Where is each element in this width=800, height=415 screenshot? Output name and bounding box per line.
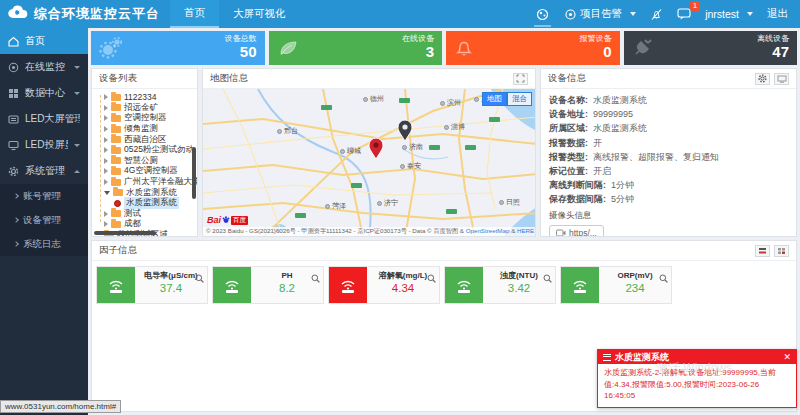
gear-icon — [8, 166, 19, 177]
sidebar-subitem-logs[interactable]: 系统日志 — [0, 232, 88, 256]
map-canvas[interactable]: 邢台 德州 滨州 东营 聊城 济南 淄博 泰安 菏泽 济宁 日照 地图 混合 B… — [203, 89, 535, 236]
theme-icon[interactable] — [534, 2, 551, 27]
magnifier-icon[interactable] — [543, 269, 552, 287]
stat-card-offline-devices[interactable]: 离线设备 47 — [624, 31, 798, 65]
field-row: 保存数据间隔:5分钟 — [549, 192, 788, 206]
app-title: 综合环境监控云平台 — [34, 5, 160, 23]
expand-icon[interactable] — [104, 168, 108, 174]
notification-message: 水质监测系统-2-溶解氧,设备地址:99999995,当前值:4.34,报警限值… — [598, 364, 796, 407]
stat-card-alarm-devices[interactable]: 报警设备 0 — [446, 31, 620, 65]
grid-view-icon[interactable] — [774, 245, 789, 257]
user-menu[interactable]: jnrstest — [705, 8, 753, 20]
horizontal-scrollbar[interactable] — [94, 231, 156, 235]
chevron-right-icon — [13, 217, 19, 223]
sidebar-subitem-devices[interactable]: 设备管理 — [0, 208, 88, 232]
expand-icon[interactable] — [104, 126, 108, 132]
chevron-right-icon — [13, 193, 19, 199]
osm-link[interactable]: OpenStreetMap — [466, 227, 510, 234]
sidebar-subitem-accounts[interactable]: 账号管理 — [0, 184, 88, 208]
tab-home[interactable]: 首页 — [170, 0, 219, 28]
expand-icon[interactable] — [104, 147, 108, 153]
here-link[interactable]: HERE — [517, 227, 534, 234]
sidebar-item-system[interactable]: 系统管理 — [0, 158, 88, 184]
logout-button[interactable]: 退出 — [767, 7, 788, 21]
magnifier-icon[interactable] — [311, 269, 320, 287]
sidebar-item-home[interactable]: 首页 — [0, 28, 88, 54]
expand-icon[interactable] — [104, 137, 108, 143]
list-view-icon[interactable] — [755, 245, 770, 257]
username: jnrstest — [705, 8, 739, 20]
city-label: 菏泽 — [325, 201, 346, 211]
plug-icon — [632, 38, 654, 58]
sidebar-item-led-screen[interactable]: LED大屏管理 — [0, 106, 88, 132]
expand-icon[interactable] — [104, 211, 108, 217]
expand-icon[interactable] — [104, 94, 108, 100]
expand-icon[interactable] — [104, 158, 108, 164]
folder-icon — [111, 179, 121, 186]
collapse-icon[interactable] — [104, 191, 110, 195]
chevron-up-icon — [74, 170, 80, 173]
factor-card-turbidity[interactable]: 浊度(NTU)3.42 — [444, 266, 556, 304]
project-alarm-dropdown[interactable]: 项目告警 — [565, 7, 636, 21]
sensor-icon — [561, 267, 599, 303]
sidebar-item-led-cast[interactable]: LED投屏显示 — [0, 132, 88, 158]
sidebar-item-data-center[interactable]: 数据中心 — [0, 80, 88, 106]
city-label: 聊城 — [340, 146, 361, 156]
tree-node[interactable]: 测试 — [98, 209, 195, 220]
field-row: 离线判断间隔:1分钟 — [549, 178, 788, 192]
expand-icon[interactable] — [104, 105, 108, 111]
fullscreen-icon[interactable] — [513, 73, 528, 85]
stat-cards-row: 设备总数 50 在线设备 3 报警设备 0 离线设备 47 — [91, 31, 797, 65]
sensor-icon — [329, 267, 367, 303]
map-title: 地图信息 — [210, 72, 248, 85]
close-icon[interactable] — [783, 352, 791, 362]
stat-card-online-devices[interactable]: 在线设备 3 — [269, 31, 443, 65]
factor-card-ph[interactable]: PH8.2 — [212, 266, 324, 304]
device-list-title: 设备列表 — [99, 72, 137, 85]
field-row: 标记位置:开启 — [549, 164, 788, 178]
magnifier-icon[interactable] — [659, 269, 668, 287]
screen-icon[interactable] — [774, 73, 789, 85]
chevron-down-icon — [630, 12, 636, 16]
chevron-right-icon — [13, 241, 19, 247]
factor-card-conductivity[interactable]: 电导率(μS/cm)37.4 — [96, 266, 208, 304]
tab-bigscreen[interactable]: 大屏可视化 — [219, 0, 300, 28]
chevron-down-icon — [74, 66, 80, 69]
folder-icon — [111, 126, 121, 133]
camera-info-label: 摄像头信息 — [549, 210, 788, 222]
main-tabs: 首页 大屏可视化 — [170, 0, 300, 28]
mute-bell-icon[interactable] — [650, 8, 663, 21]
baidu-logo: Bai 百度 — [207, 215, 248, 225]
camera-link-button[interactable]: https/... — [549, 225, 604, 237]
expand-icon[interactable] — [104, 115, 108, 121]
city-label: 泰安 — [400, 161, 421, 171]
chevron-down-icon — [74, 92, 80, 95]
magnifier-icon[interactable] — [195, 269, 204, 287]
message-icon[interactable]: 1 — [677, 8, 691, 20]
vertical-scrollbar[interactable] — [192, 147, 196, 199]
expand-icon[interactable] — [104, 221, 108, 227]
factor-info-title: 因子信息 — [99, 244, 137, 257]
bell-icon — [454, 38, 474, 58]
settings-icon[interactable] — [755, 73, 770, 85]
expand-icon[interactable] — [104, 179, 108, 185]
baidu-paw-icon — [222, 216, 230, 224]
alarm-notification-popup: 水质监测系统 水质监测系统-2-溶解氧,设备地址:99999995,当前值:4.… — [597, 349, 797, 408]
map-type-button-map[interactable]: 地图 — [482, 92, 507, 106]
stat-card-total-devices[interactable]: 设备总数 50 — [91, 31, 265, 65]
tree-node-selected[interactable]: 水质监测系统 — [98, 198, 195, 209]
factor-card-orp[interactable]: ORP(mV)234 — [560, 266, 672, 304]
factor-card-dissolved-oxygen[interactable]: 溶解氧(mg/L)4.34 — [328, 266, 440, 304]
magnifier-icon[interactable] — [427, 269, 436, 287]
notification-title: 水质监测系统 — [615, 351, 669, 364]
gears-icon — [99, 37, 123, 59]
leaf-icon — [277, 38, 299, 58]
sidebar-item-online-monitor[interactable]: 在线监控 — [0, 54, 88, 80]
map-type-button-hybrid[interactable]: 混合 — [507, 92, 532, 106]
folder-icon — [111, 147, 121, 154]
city-label: 日照 — [499, 197, 520, 207]
top-navbar: 综合环境监控云平台 首页 大屏可视化 项目告警 1 jnrstest 退出 — [0, 0, 800, 28]
map-panel: 地图信息 — [202, 68, 536, 237]
sensor-icon — [97, 267, 135, 303]
field-row: 设备名称:水质监测系统 — [549, 93, 788, 107]
